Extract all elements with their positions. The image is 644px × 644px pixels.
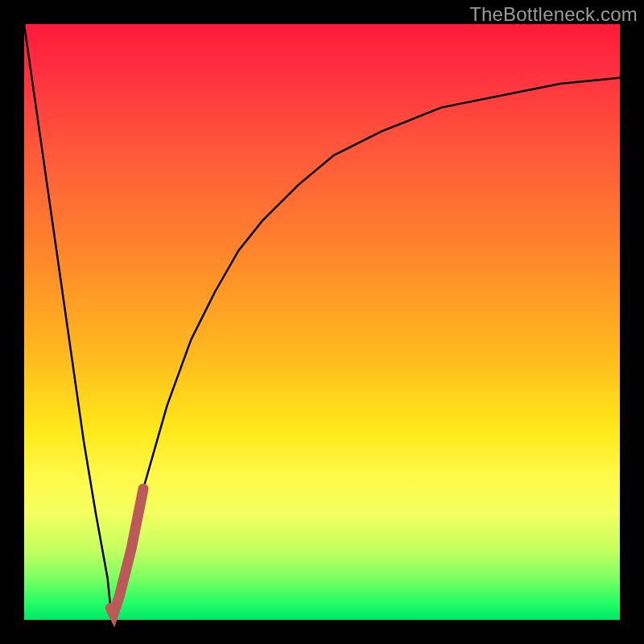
- watermark-text: TheBottleneck.com: [469, 3, 638, 26]
- highlight-segment: [110, 489, 143, 613]
- bottleneck-curve: [24, 24, 620, 614]
- plot-area: [24, 24, 620, 620]
- chart-frame: TheBottleneck.com: [0, 0, 644, 644]
- curve-layer: [24, 24, 620, 620]
